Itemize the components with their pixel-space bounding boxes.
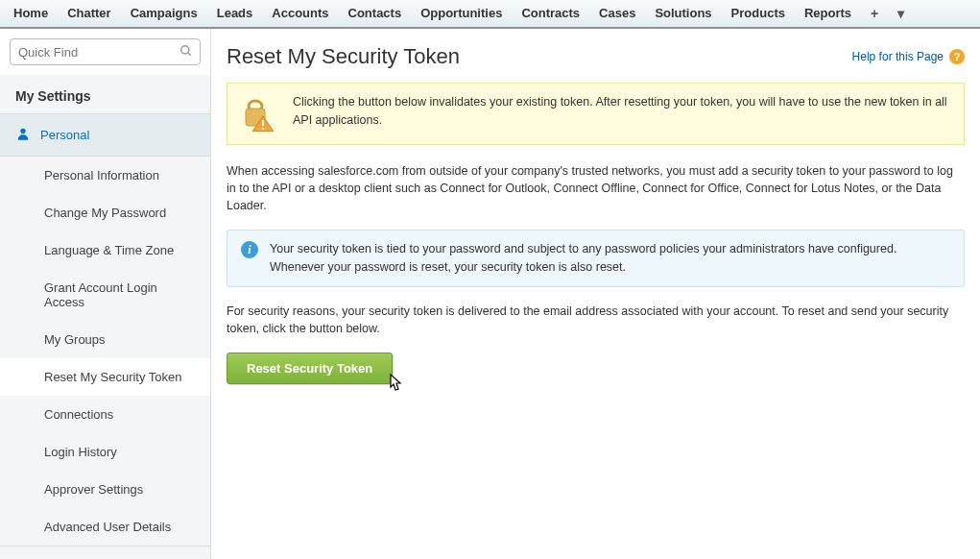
plus-icon: + xyxy=(871,6,878,21)
sidebar-personal-list: Personal Information Change My Password … xyxy=(0,157,210,546)
info-text: Your security token is tied to your pass… xyxy=(270,240,950,277)
info-icon: i xyxy=(241,241,258,258)
reset-security-token-button[interactable]: Reset Security Token xyxy=(227,352,393,384)
description-paragraph-1: When accessing salesforce.com from outsi… xyxy=(227,162,965,214)
svg-line-1 xyxy=(188,52,191,55)
sidebar: My Settings Personal Personal Informatio… xyxy=(0,29,211,559)
svg-point-2 xyxy=(20,129,25,134)
svg-rect-9 xyxy=(262,120,264,126)
tab-leads[interactable]: Leads xyxy=(207,0,263,28)
sidebar-item-reset-security-token[interactable]: Reset My Security Token xyxy=(0,358,210,396)
help-link-label: Help for this Page xyxy=(852,50,944,63)
tab-chatter[interactable]: Chatter xyxy=(58,0,121,28)
tab-home[interactable]: Home xyxy=(4,0,58,28)
tab-cases[interactable]: Cases xyxy=(589,0,645,28)
tab-accounts[interactable]: Accounts xyxy=(262,0,338,28)
add-tab-button[interactable]: + xyxy=(861,0,888,28)
sidebar-category-personal-label: Personal xyxy=(40,128,89,142)
warning-text: Clicking the button below invalidates yo… xyxy=(293,93,950,130)
sidebar-category-personal[interactable]: Personal xyxy=(0,113,210,157)
page-title: Reset My Security Token xyxy=(227,44,460,69)
tabs-menu-button[interactable]: ▾ xyxy=(888,0,914,28)
help-icon: ? xyxy=(949,49,965,64)
quick-find-wrapper xyxy=(10,38,201,65)
tab-campaigns[interactable]: Campaigns xyxy=(121,0,207,28)
lock-warning-icon xyxy=(241,93,275,134)
help-link[interactable]: Help for this Page ? xyxy=(852,49,965,64)
tab-reports[interactable]: Reports xyxy=(795,0,861,28)
sidebar-item-login-history[interactable]: Login History xyxy=(0,433,210,471)
top-nav: Home Chatter Campaigns Leads Accounts Co… xyxy=(0,0,980,29)
sidebar-category-display-layout[interactable]: Display & Layout xyxy=(0,546,210,559)
tab-opportunities[interactable]: Opportunities xyxy=(411,0,512,28)
sidebar-item-personal-information[interactable]: Personal Information xyxy=(0,157,210,194)
sidebar-item-language-timezone[interactable]: Language & Time Zone xyxy=(0,231,210,269)
sidebar-item-connections[interactable]: Connections xyxy=(0,396,210,433)
quick-find-input[interactable] xyxy=(18,45,179,60)
main-content: Reset My Security Token Help for this Pa… xyxy=(211,29,980,559)
sidebar-item-my-groups[interactable]: My Groups xyxy=(0,321,210,358)
info-box: i Your security token is tied to your pa… xyxy=(227,230,965,287)
caret-down-icon: ▾ xyxy=(897,6,904,21)
search-icon xyxy=(179,44,193,61)
sidebar-section-title: My Settings xyxy=(0,75,210,113)
tab-contracts[interactable]: Contracts xyxy=(512,0,589,28)
svg-rect-10 xyxy=(262,128,264,130)
description-paragraph-2: For security reasons, your security toke… xyxy=(227,303,965,337)
sidebar-item-grant-login-access[interactable]: Grant Account Login Access xyxy=(0,269,210,321)
sidebar-item-change-password[interactable]: Change My Password xyxy=(0,194,210,231)
tab-products[interactable]: Products xyxy=(722,0,795,28)
warning-box: Clicking the button below invalidates yo… xyxy=(227,83,965,145)
tab-contacts[interactable]: Contacts xyxy=(339,0,412,28)
svg-point-0 xyxy=(181,45,189,53)
sidebar-item-approver-settings[interactable]: Approver Settings xyxy=(0,471,210,508)
tab-solutions[interactable]: Solutions xyxy=(645,0,721,28)
sidebar-item-advanced-user-details[interactable]: Advanced User Details xyxy=(0,508,210,546)
person-icon xyxy=(15,126,31,144)
